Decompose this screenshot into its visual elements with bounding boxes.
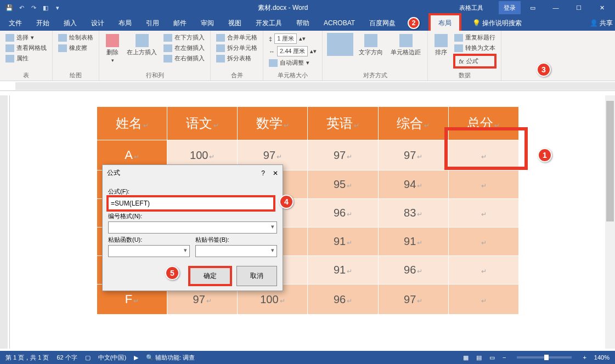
align-bc-icon[interactable] <box>336 48 345 56</box>
zoom-level[interactable]: 140% <box>594 354 610 361</box>
insert-right-button[interactable]: 在右侧插入 <box>162 54 206 63</box>
format-select[interactable] <box>108 221 277 234</box>
cell-margins-button[interactable]: 单元格边距 <box>388 33 423 58</box>
autofit-button[interactable]: 自动调整 ▾ <box>268 58 318 67</box>
insert-below-button[interactable]: 在下方插入 <box>162 33 206 42</box>
gridlines-button[interactable]: 查看网格线 <box>4 43 48 53</box>
contextual-tab-label: 表格工具 <box>459 4 483 12</box>
tab-acrobat[interactable]: ACROBAT <box>321 16 357 30</box>
convert-text-button[interactable]: 转换为文本 <box>453 43 496 53</box>
merge-cells-button[interactable]: 合并单元格 <box>215 33 258 42</box>
tab-review[interactable]: 审阅 <box>199 15 216 31</box>
tab-insert[interactable]: 插入 <box>61 15 79 31</box>
ribbon-options-icon[interactable]: ▭ <box>522 1 544 14</box>
cursor-icon <box>5 34 14 42</box>
tab-table-layout[interactable]: 布局 <box>428 13 461 33</box>
sort-button[interactable]: 排序 <box>432 33 450 58</box>
properties-button[interactable]: 属性 <box>4 54 48 63</box>
align-mr-icon[interactable] <box>345 41 353 48</box>
delete-button[interactable]: 删除▾ <box>104 33 121 64</box>
eraser-button[interactable]: 橡皮擦 <box>57 43 94 53</box>
accessibility[interactable]: 🔍 辅助功能: 调查 <box>146 354 195 362</box>
convert-icon <box>454 44 463 52</box>
ok-button[interactable]: 确定 <box>188 266 232 286</box>
tab-mailings[interactable]: 邮件 <box>171 15 189 31</box>
horizontal-ruler[interactable] <box>0 81 615 91</box>
tab-file[interactable]: 文件 <box>7 15 24 31</box>
paste-bm-select[interactable] <box>195 245 277 257</box>
language-indicator[interactable]: 中文(中国) <box>98 354 126 362</box>
login-button[interactable]: 登录 <box>499 1 521 14</box>
align-br-icon[interactable] <box>345 48 353 56</box>
text-dir-icon <box>364 34 377 47</box>
formula-input[interactable] <box>106 195 275 212</box>
insert-right-icon <box>163 55 172 62</box>
dialog-close-icon[interactable]: ✕ <box>273 169 278 177</box>
total-cell-a[interactable]: ↵ <box>448 140 518 170</box>
col-width-input[interactable]: ↔ 2.44 厘米 ▴▾ <box>268 46 318 57</box>
maximize-icon[interactable]: ☐ <box>568 1 590 14</box>
word-count[interactable]: 62 个字 <box>57 354 77 362</box>
close-icon[interactable]: ✕ <box>591 1 613 14</box>
tab-baidu[interactable]: 百度网盘 <box>367 15 398 31</box>
group-draw: 绘制表格 橡皮擦 绘图 <box>53 31 99 81</box>
tab-design[interactable]: 设计 <box>89 15 106 31</box>
tab-layout[interactable]: 布局 <box>116 15 134 31</box>
insert-above-icon <box>136 34 149 47</box>
page-indicator[interactable]: 第 1 页，共 1 页 <box>5 354 49 362</box>
row-height-input[interactable]: ‡ 1 厘米 ▴▾ <box>268 33 318 44</box>
ribbon: 选择 ▾ 查看网格线 属性 表 绘制表格 橡皮擦 绘图 删除▾ 在上方插入 在下… <box>0 31 615 81</box>
tab-help[interactable]: 帮助 <box>294 15 312 31</box>
align-tc-icon[interactable] <box>336 33 345 41</box>
annotation-5: 5 <box>165 266 179 280</box>
paste-fn-select[interactable] <box>108 245 190 257</box>
view-web-icon[interactable]: ▭ <box>489 354 495 361</box>
minimize-icon[interactable]: — <box>545 1 567 14</box>
view-read-icon[interactable]: ▤ <box>476 354 482 361</box>
split-table-icon <box>216 55 225 62</box>
view-print-icon[interactable]: ▦ <box>463 354 469 361</box>
insert-above-button[interactable]: 在上方插入 <box>125 33 159 58</box>
merge-icon <box>216 34 225 42</box>
qat-more-icon[interactable]: ▾ <box>53 3 63 13</box>
vertical-scrollbar[interactable] <box>605 95 615 349</box>
macro-icon[interactable]: ▶ <box>134 354 138 361</box>
share-button[interactable]: 👤 共享 <box>588 15 615 31</box>
draw-table-button[interactable]: 绘制表格 <box>57 33 94 42</box>
group-cell-size: ‡ 1 厘米 ▴▾ ↔ 2.44 厘米 ▴▾ 自动调整 ▾ 单元格大小 <box>263 31 323 81</box>
save-icon[interactable]: 💾 <box>4 3 14 13</box>
align-tr-icon[interactable] <box>345 33 353 41</box>
vertical-ruler[interactable] <box>0 95 10 349</box>
tab-view[interactable]: 视图 <box>226 15 244 31</box>
tab-references[interactable]: 引用 <box>144 15 161 31</box>
text-direction-button[interactable]: 文字方向 <box>357 33 385 58</box>
zoom-slider[interactable] <box>517 356 572 359</box>
th-total: 总分↵ <box>448 107 518 140</box>
align-ml-icon[interactable] <box>327 41 336 48</box>
insert-left-button[interactable]: 在左侧插入 <box>162 43 206 53</box>
spell-check-icon[interactable]: ▢ <box>85 354 91 361</box>
tell-me[interactable]: 💡 操作说明搜索 <box>470 15 524 31</box>
dialog-help-icon[interactable]: ? <box>261 169 265 177</box>
align-mc-icon[interactable] <box>336 41 345 48</box>
group-label: 数据 <box>432 70 496 79</box>
undo-icon[interactable]: ↶ <box>16 3 26 13</box>
zoom-out-icon[interactable]: − <box>503 354 506 361</box>
align-tl-icon[interactable] <box>327 33 336 41</box>
tab-home[interactable]: 开始 <box>34 15 52 31</box>
formula-dialog: 公式 ? ✕ 公式(F): 4 编号格式(N): 粘贴函数(U): 粘贴书签(B… <box>102 164 283 291</box>
split-cells-button[interactable]: 拆分单元格 <box>215 43 258 53</box>
scrollbar-thumb[interactable] <box>606 101 614 221</box>
document-area: 姓名↵ 语文↵ 数学↵ 英语↵ 综合↵ 总分↵ A↵ 100↵ 97↵ 97↵ … <box>11 95 604 349</box>
select-button[interactable]: 选择 ▾ <box>4 33 48 42</box>
align-bl-icon[interactable] <box>327 48 336 56</box>
split-table-button[interactable]: 拆分表格 <box>215 54 258 63</box>
formula-button[interactable]: fx公式 <box>453 54 496 69</box>
repeat-header-button[interactable]: 重复标题行 <box>453 33 496 42</box>
zoom-in-icon[interactable]: + <box>583 354 586 361</box>
tab-developer[interactable]: 开发工具 <box>253 15 284 31</box>
cancel-button[interactable]: 取消 <box>236 266 277 286</box>
group-data: 排序 重复标题行 转换为文本 fx公式 数据 <box>428 31 501 81</box>
redo-icon[interactable]: ↷ <box>29 3 38 13</box>
touch-icon[interactable]: ◧ <box>41 3 50 13</box>
